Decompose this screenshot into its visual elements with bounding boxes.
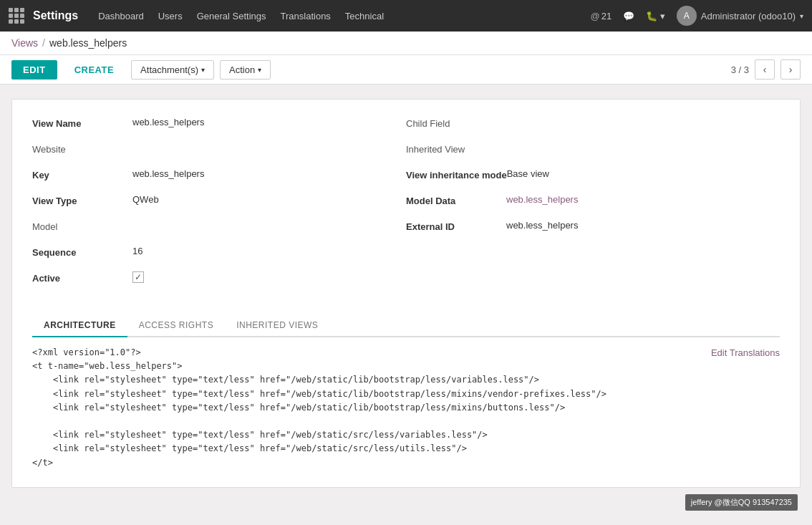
value-key: web.less_helpers [132,168,204,179]
avatar: A [677,6,697,26]
user-name: Administrator (odoo10) [701,11,796,21]
bug-icon[interactable]: 🐛 ▾ [646,11,665,21]
edit-translations-link[interactable]: Edit Translations [711,346,780,361]
breadcrumb-current: web.less_helpers [49,37,127,49]
top-nav-right: @21 💬 🐛 ▾ A Administrator (odoo10) ▾ [590,6,803,26]
record-card: View Name web.less_helpers Website Key w… [11,99,801,488]
nav-dashboard[interactable]: Dashboard [98,11,144,21]
label-view-name: View Name [32,117,132,129]
tab-inherited-views[interactable]: INHERITED VIEWS [225,314,329,337]
edit-button[interactable]: EDIT [11,60,57,80]
nav-translations[interactable]: Translations [281,11,331,21]
field-view-inheritance-mode: View inheritance mode Base view [406,168,780,187]
label-view-type: View Type [32,194,132,206]
notification-count[interactable]: @21 [590,11,612,21]
label-active: Active [32,271,132,284]
label-model: Model [32,220,132,232]
label-key: Key [32,168,132,180]
breadcrumb-separator: / [42,37,45,49]
field-view-name: View Name web.less_helpers [32,117,406,135]
pagination: 3 / 3 ‹ › [731,59,801,80]
field-external-id: External ID web.less_helpers [406,220,780,239]
field-view-type: View Type QWeb [32,194,406,213]
user-menu-caret: ▾ [800,12,803,20]
label-sequence: Sequence [32,246,132,258]
field-sequence: Sequence 16 [32,246,406,264]
next-button[interactable]: › [780,59,801,80]
value-sequence: 16 [132,246,142,256]
nav-users[interactable]: Users [158,11,183,21]
field-website: Website [32,143,406,161]
tab-architecture[interactable]: ARCHITECTURE [32,314,127,337]
label-external-id: External ID [406,220,506,232]
top-navigation: Settings Dashboard Users General Setting… [0,0,812,32]
main-content: View Name web.less_helpers Website Key w… [0,85,812,502]
label-view-inheritance-mode: View inheritance mode [406,168,507,180]
code-content: <?xml version="1.0"?> <t t-name="web.les… [32,346,780,470]
watermark: jeffery @微信QQ 913547235 [685,494,798,502]
prev-button[interactable]: ‹ [755,59,775,80]
value-active: ✓ [132,271,144,283]
breadcrumb-bar: Views / web.less_helpers [0,32,812,55]
field-model-data: Model Data web.less_helpers [406,194,780,213]
user-menu[interactable]: A Administrator (odoo10) ▾ [677,6,803,26]
field-child-field: Child Field [406,117,780,135]
field-model: Model [32,220,406,239]
breadcrumb-parent[interactable]: Views [11,37,38,49]
nav-general-settings[interactable]: General Settings [197,11,266,21]
action-dropdown[interactable]: Action ▾ [220,60,271,80]
messages-icon[interactable]: 💬 [623,11,634,21]
value-view-name: web.less_helpers [132,117,204,127]
field-key: Key web.less_helpers [32,168,406,187]
action-label: Action [229,64,255,75]
label-child-field: Child Field [406,117,506,129]
attachments-caret: ▾ [201,66,205,74]
field-active: Active ✓ [32,271,406,290]
action-bar: EDIT CREATE Attachment(s) ▾ Action ▾ 3 /… [0,55,812,85]
value-model-data[interactable]: web.less_helpers [506,194,578,205]
field-inherited-view: Inherited View [406,143,780,161]
app-title: Settings [33,9,78,22]
form-left-col: View Name web.less_helpers Website Key w… [32,117,406,297]
label-model-data: Model Data [406,194,506,206]
value-external-id: web.less_helpers [506,220,578,231]
create-button[interactable]: CREATE [63,60,125,80]
value-view-inheritance-mode: Base view [507,168,549,179]
grid-menu-icon[interactable] [9,8,24,24]
nav-links: Dashboard Users General Settings Transla… [98,11,590,21]
tab-access-rights[interactable]: ACCESS RIGHTS [127,314,226,337]
attachments-label: Attachment(s) [140,64,198,75]
label-website: Website [32,143,132,155]
form-right-col: Child Field Inherited View View inherita… [406,117,780,297]
form-section: View Name web.less_helpers Website Key w… [32,117,780,297]
pagination-text: 3 / 3 [731,64,749,75]
tabs-bar: ARCHITECTURE ACCESS RIGHTS INHERITED VIE… [32,314,780,337]
attachments-dropdown[interactable]: Attachment(s) ▾ [131,60,214,80]
code-area: <?xml version="1.0"?> <t t-name="web.les… [32,346,780,470]
action-caret: ▾ [258,66,261,74]
label-inherited-view: Inherited View [406,143,506,155]
nav-technical[interactable]: Technical [345,11,384,21]
value-view-type: QWeb [132,194,159,205]
